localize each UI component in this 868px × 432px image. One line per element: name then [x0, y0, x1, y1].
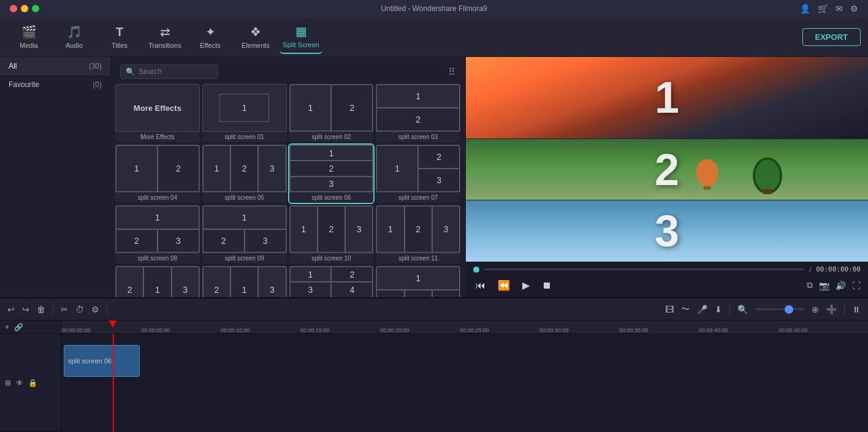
- stop-button[interactable]: ⏹: [539, 278, 554, 294]
- titles-icon: T: [116, 25, 123, 39]
- tl-film-icon[interactable]: 🎞: [665, 305, 674, 314]
- tl-zoom-track[interactable]: [755, 308, 804, 310]
- title-bar: Untitled - Wondershare Filmora9 👤 🛒 ✉ ⚙: [0, 0, 868, 17]
- export-button[interactable]: EXPORT: [802, 28, 861, 46]
- audio-icon: 🎵: [67, 25, 82, 39]
- effect-split-screen-08[interactable]: 1 2 3 split screen 08: [115, 205, 200, 263]
- titles-label: Titles: [112, 42, 128, 49]
- timeline-toolbar: ↩ ↪ 🗑 ✂ ⏱ ⚙ 🎞 〜 🎤 ⬇ 🔍 ⊕ ➕ ⏸: [0, 298, 868, 320]
- effect-split-screen-09[interactable]: 1 2 3 split screen 09: [202, 205, 287, 263]
- toolbar-item-titles[interactable]: T Titles: [98, 20, 141, 54]
- effect-split-screen-10[interactable]: 1 2 3 split screen 10: [289, 205, 374, 263]
- delete-icon[interactable]: 🗑: [37, 305, 45, 314]
- ss10-label: split screen 10: [289, 253, 374, 263]
- effect-split-screen-15[interactable]: 1 2 3 4 split screen 15: [376, 266, 460, 297]
- effect-split-screen-03[interactable]: 1 2 split screen 03: [376, 84, 460, 142]
- effect-split-screen-01[interactable]: 1 split screen 01: [202, 84, 287, 142]
- left-panel: All (30) Favourite (0) 🔍 ⠿: [0, 57, 466, 297]
- settings-icon[interactable]: ⚙: [850, 4, 858, 13]
- play-button[interactable]: ▶: [520, 277, 532, 294]
- control-buttons: ⏮ ⏪ ▶ ⏹ ⧉ 📷 🔊 ⛶: [473, 277, 861, 294]
- eye-icon[interactable]: 👁: [16, 379, 23, 387]
- effect-split-screen-13[interactable]: 2 1 3 split screen 13: [202, 266, 287, 297]
- sliders-icon[interactable]: ⚙: [91, 305, 99, 314]
- ss10-thumb: 1 2 3: [289, 205, 374, 253]
- tl-audio-wave-icon[interactable]: 〜: [681, 304, 690, 315]
- more-effects-item[interactable]: More Effects More Effects: [115, 84, 200, 142]
- effect-split-screen-02[interactable]: 1 2 split screen 02: [289, 84, 374, 142]
- search-input[interactable]: [139, 67, 213, 76]
- toolbar-item-transitions[interactable]: ⇄ Transitions: [143, 20, 186, 54]
- tl-clip-split-screen-06[interactable]: split screen 06: [64, 345, 140, 377]
- ss15-thumb: 1 2 3 4: [376, 266, 460, 297]
- volume-icon[interactable]: 🔊: [836, 281, 846, 290]
- toolbar-item-media[interactable]: 🎬 Media: [7, 20, 50, 54]
- mail-icon[interactable]: ✉: [836, 4, 843, 13]
- effect-split-screen-07[interactable]: 1 2 3 split screen 07: [376, 145, 460, 203]
- lock-icon[interactable]: 🔒: [28, 379, 37, 387]
- toolbar-item-split-screen[interactable]: ▦ Split Screen: [280, 20, 322, 54]
- sidebar-item-favourite[interactable]: Favourite (0): [0, 75, 110, 94]
- tl-zoom-out-icon[interactable]: 🔍: [737, 305, 748, 314]
- close-button[interactable]: [10, 5, 17, 12]
- toolbar-item-elements[interactable]: ❖ Elements: [234, 20, 277, 54]
- tl-pause-all-icon[interactable]: ⏸: [852, 305, 861, 314]
- cart-icon[interactable]: 🛒: [818, 4, 828, 13]
- maximize-button[interactable]: [32, 5, 39, 12]
- balloons-svg: [466, 139, 868, 200]
- effect-split-screen-14[interactable]: 1 2 3 4 split screen 14: [289, 266, 374, 297]
- effects-icon: ✦: [205, 25, 216, 39]
- step-back-button[interactable]: ⏪: [495, 277, 512, 294]
- ss06-label: split screen 06: [289, 192, 374, 203]
- toolbar-item-audio[interactable]: 🎵 Audio: [53, 20, 96, 54]
- transitions-icon: ⇄: [160, 25, 170, 39]
- tl-add-track-icon[interactable]: ➕: [826, 305, 837, 314]
- tl-import-icon[interactable]: ⬇: [715, 305, 722, 314]
- user-icon[interactable]: 👤: [800, 4, 810, 13]
- effect-split-screen-05[interactable]: 1 2 3 split screen 05: [202, 145, 287, 203]
- audio-label: Audio: [66, 42, 83, 49]
- minimize-button[interactable]: [21, 5, 28, 12]
- tl-separator-4: [844, 303, 845, 316]
- grid-icon[interactable]: ⊞: [5, 379, 11, 387]
- tl-separator-1: [53, 303, 53, 316]
- main-toolbar: 🎬 Media 🎵 Audio T Titles ⇄ Transitions ✦…: [0, 17, 868, 57]
- tl-mic-icon[interactable]: 🎤: [697, 305, 707, 314]
- add-video-track-icon[interactable]: +: [5, 323, 9, 332]
- tl-zoom-thumb[interactable]: [785, 305, 793, 314]
- fullscreen-icon[interactable]: ⛶: [852, 281, 861, 290]
- effects-grid: More Effects More Effects 1 split screen…: [115, 84, 460, 297]
- effects-label: Effects: [200, 42, 220, 49]
- screenshot-icon[interactable]: 📷: [819, 281, 829, 290]
- effect-split-screen-06[interactable]: 1 2 3 split screen 06: [289, 145, 374, 203]
- tl-zoom-in-icon[interactable]: ⊕: [812, 305, 819, 314]
- ss01-thumb: 1: [202, 84, 287, 132]
- right-controls: ⧉ 📷 🔊 ⛶: [807, 280, 861, 290]
- ss11-label: split screen 11: [376, 253, 460, 263]
- link-icon[interactable]: 🔗: [14, 323, 23, 332]
- toolbar-item-effects[interactable]: ✦ Effects: [189, 20, 232, 54]
- window-controls[interactable]: [10, 5, 39, 12]
- ss02-label: split screen 02: [289, 132, 374, 142]
- svg-point-0: [696, 159, 718, 186]
- sidebar-item-all[interactable]: All (30): [0, 57, 110, 75]
- effect-split-screen-04[interactable]: 1 2 split screen 04: [115, 145, 200, 203]
- tl-zoom-controls: [755, 308, 804, 310]
- undo-icon[interactable]: ↩: [7, 305, 15, 314]
- cut-icon[interactable]: ✂: [61, 305, 68, 314]
- ss01-label: split screen 01: [202, 132, 287, 142]
- preview-row-1: 1: [466, 57, 868, 139]
- rewind-button[interactable]: ⏮: [473, 278, 488, 294]
- more-effects-label: More Effects: [134, 104, 181, 113]
- grid-options-icon[interactable]: ⠿: [448, 66, 455, 78]
- ss12-thumb: 2 1 3: [115, 266, 200, 297]
- clock-icon[interactable]: ⏱: [75, 305, 84, 314]
- effect-split-screen-12[interactable]: 2 1 3 split screen 12: [115, 266, 200, 297]
- redo-icon[interactable]: ↪: [22, 305, 29, 314]
- picture-in-picture-icon[interactable]: ⧉: [807, 280, 813, 290]
- effect-split-screen-11[interactable]: 1 2 3 split screen 11: [376, 205, 460, 263]
- timeline-section: ↩ ↪ 🗑 ✂ ⏱ ⚙ 🎞 〜 🎤 ⬇ 🔍 ⊕ ➕ ⏸ + 🔗: [0, 297, 868, 432]
- search-box[interactable]: 🔍: [120, 64, 218, 79]
- progress-track[interactable]: [484, 268, 804, 270]
- ss09-thumb: 1 2 3: [202, 205, 287, 253]
